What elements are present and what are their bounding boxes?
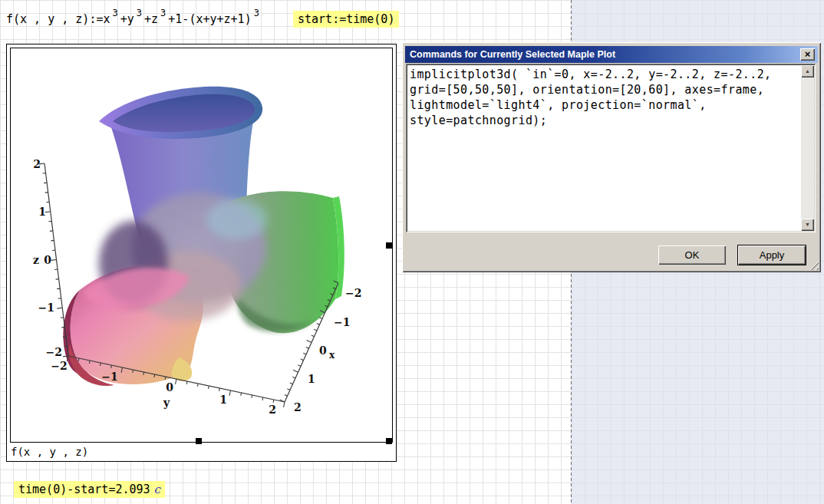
definition-formula: f(x , y , z):=x3+y3+z3+1-(x+y+z+1)3: [6, 12, 262, 31]
svg-text:−2: −2: [51, 360, 67, 372]
formula-lhs: f(x , y , z): [6, 12, 89, 26]
elapsed-time-value: time(0)-start=2.093: [18, 483, 150, 496]
dialog-titlebar[interactable]: Commands for Currently Selected Maple Pl…: [405, 46, 818, 63]
code-line: grid=[50,50,50], orientation=[20,60], ax…: [410, 82, 797, 97]
formula-term: +y: [120, 12, 134, 26]
maple-plot-object[interactable]: 2 1 z 0 −1 −2 −2 −1 0 y 1 2 2 1 0 x −1 −…: [6, 44, 397, 462]
formula-exponent: 3: [112, 8, 117, 18]
svg-text:2: 2: [269, 404, 276, 416]
svg-text:−2: −2: [345, 287, 361, 299]
scroll-up-button[interactable]: ▲: [801, 65, 814, 77]
svg-text:−2: −2: [46, 346, 62, 358]
resize-grip-icon[interactable]: [809, 260, 819, 270]
scroll-down-icon: ▼: [805, 222, 810, 227]
ok-button[interactable]: OK: [658, 245, 726, 265]
surface-center-glint: [206, 199, 268, 239]
svg-text:x: x: [329, 350, 335, 361]
svg-text:y: y: [163, 397, 170, 409]
scroll-up-icon: ▲: [805, 68, 810, 74]
resize-handle-bottom[interactable]: [196, 438, 202, 444]
close-icon: ×: [805, 48, 811, 60]
plot-caption: f(x , y , z): [11, 446, 88, 458]
formula-exponent: 3: [137, 8, 142, 18]
formula-exponent: 3: [160, 8, 166, 18]
svg-text:1: 1: [219, 394, 227, 406]
svg-text:0: 0: [319, 344, 327, 357]
resize-handle-corner[interactable]: [386, 438, 392, 444]
svg-text:z: z: [33, 254, 39, 266]
elapsed-time-unit: c: [154, 483, 160, 496]
svg-text:2: 2: [294, 401, 302, 413]
apply-button[interactable]: Apply: [738, 245, 806, 265]
plot-canvas: 2 1 z 0 −1 −2 −2 −1 0 y 1 2 2 1 0 x −1 −…: [7, 44, 396, 461]
dialog-title: Commands for Currently Selected Maple Pl…: [410, 49, 800, 60]
code-line: lightmodel=`light4`, projection=`normal`…: [410, 97, 797, 113]
formula-term: +1-(x+y+z+1): [168, 12, 251, 26]
command-text-area[interactable]: implicitplot3d( `in`=0, x=-2..2, y=-2..2…: [406, 64, 816, 232]
vertical-scrollbar[interactable]: ▲ ▼: [801, 65, 814, 231]
elapsed-time-field: time(0)-start=2.093c: [14, 481, 165, 498]
surface-implicit3d: [63, 87, 344, 386]
svg-text:1: 1: [38, 206, 46, 218]
svg-text:−1: −1: [101, 371, 117, 383]
formula-term: +z: [144, 12, 158, 26]
close-button[interactable]: ×: [800, 48, 815, 61]
svg-text:0: 0: [166, 381, 173, 394]
assign-operator: :=: [89, 12, 103, 26]
svg-text:−1: −1: [38, 301, 54, 314]
svg-text:1: 1: [308, 373, 315, 385]
svg-text:0: 0: [44, 254, 51, 266]
code-line: implicitplot3d( `in`=0, x=-2..2, y=-2..2…: [410, 67, 797, 82]
scroll-down-button[interactable]: ▼: [801, 219, 814, 231]
resize-handle-right[interactable]: [386, 242, 392, 249]
svg-text:2: 2: [33, 158, 41, 170]
svg-text:−1: −1: [334, 316, 350, 328]
formula-term: x: [103, 12, 110, 26]
formula-exponent: 3: [254, 8, 259, 18]
maple-plot-commands-dialog: Commands for Currently Selected Maple Pl…: [402, 42, 821, 272]
code-line: style=patchnogrid);: [410, 113, 797, 128]
start-time-field: start:=time(0): [293, 11, 399, 28]
